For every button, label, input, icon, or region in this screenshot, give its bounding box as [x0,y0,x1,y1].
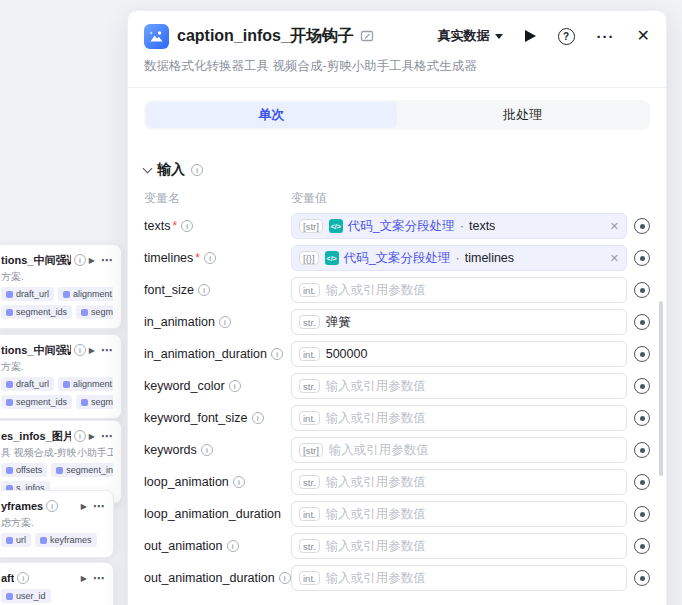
divider [128,87,666,88]
node-more-icon[interactable]: ⋯ [101,254,113,267]
column-variable-name: 变量名 [144,190,291,206]
scrollbar[interactable] [659,301,663,476]
value-input[interactable]: int. 输入或引用参数值 [291,405,627,431]
value-input[interactable]: int. 500000 [291,341,627,367]
reference-toggle-icon[interactable] [634,442,650,458]
value-text: 输入或引用参数值 [326,506,619,523]
reference-chip[interactable]: </> 代码_文案分段处理 · texts [329,218,496,235]
variable-type-icon [6,399,13,406]
value-input[interactable]: str. 输入或引用参数值 [291,373,627,399]
variable-chip: alignment [58,377,113,391]
node-more-icon[interactable]: ⋯ [101,344,113,357]
value-input[interactable]: str. 弹簧 [291,309,627,335]
reference-toggle-icon[interactable] [634,314,650,330]
node-description: 具 视频合成-剪映小助手工具格式生成 [1,446,113,459]
more-options-button[interactable]: ··· [597,28,615,45]
info-icon[interactable] [271,348,283,360]
run-button[interactable] [525,30,536,42]
reference-toggle-icon[interactable] [634,570,650,586]
info-icon[interactable] [198,284,210,296]
param-row-keywords: keywords [str] 输入或引用参数值 [144,434,650,466]
reference-toggle-icon[interactable] [634,250,650,266]
mode-tab-2[interactable]: 批处理 [397,102,648,128]
workflow-node[interactable]: tions_中间强调词 ▶ ⋯ 方案. draft_urlalignmentse… [0,334,122,419]
value-text: 输入或引用参数值 [326,474,619,491]
reference-toggle-icon[interactable] [634,218,650,234]
node-more-icon[interactable]: ⋯ [101,430,113,443]
reference-toggle-icon[interactable] [634,506,650,522]
reference-chip[interactable]: </> 代码_文案分段处理 · timelines [325,250,514,267]
variable-chip: user_id [1,589,51,603]
value-input[interactable]: [str] </> 代码_文案分段处理 · texts ✕ [291,213,627,239]
node-run-icon[interactable]: ▶ [81,502,87,511]
param-row-loop_animation: loop_animation str. 输入或引用参数值 [144,466,650,498]
value-input[interactable]: int. 输入或引用参数值 [291,565,627,591]
param-row-texts: texts * [str] </> 代码_文案分段处理 · texts ✕ [144,210,650,242]
node-outputs: user_id [1,589,105,603]
info-icon[interactable] [252,412,264,424]
info-icon[interactable] [233,476,245,488]
variable-chip: alignment [58,287,113,301]
required-asterisk: * [172,219,177,233]
data-mode-dropdown[interactable]: 真实数据 [438,27,503,45]
rename-icon[interactable] [360,29,374,43]
variable-name: texts * [144,219,291,233]
reference-source: 代码_文案分段处理 [348,218,455,235]
workflow-node[interactable]: tions_中间强调词_b… ▶ ⋯ 方案. draft_urlalignmen… [0,244,122,329]
workflow-node[interactable]: yframes ▶ ⋯ 虑方案. urlkeyframes [0,490,114,558]
info-icon[interactable] [219,316,231,328]
type-tag: int. [299,507,320,521]
help-icon[interactable]: ? [558,28,575,45]
close-button[interactable]: ✕ [637,28,650,44]
value-input[interactable]: [{}] </> 代码_文案分段处理 · timelines ✕ [291,245,627,271]
clear-icon[interactable]: ✕ [610,252,619,265]
workflow-node[interactable]: aft ▶ ⋯ user_id [0,562,114,605]
reference-field: timelines [465,251,514,265]
variable-chip: offsets [1,463,47,477]
variable-type-icon [40,537,47,544]
info-icon[interactable] [191,164,203,176]
value-input[interactable]: int. 输入或引用参数值 [291,501,627,527]
reference-toggle-icon[interactable] [634,378,650,394]
info-icon[interactable] [279,572,291,584]
reference-toggle-icon[interactable] [634,346,650,362]
variable-type-icon [63,291,70,298]
node-config-panel: caption_infos_开场钩子 真实数据 ? ··· ✕ 数据格式化转换器… [127,10,667,605]
reference-toggle-icon[interactable] [634,282,650,298]
reference-toggle-icon[interactable] [634,410,650,426]
node-run-icon[interactable]: ▶ [89,256,95,265]
info-icon[interactable] [201,444,213,456]
node-run-icon[interactable]: ▶ [89,432,95,441]
info-icon[interactable] [227,540,239,552]
node-title: tions_中间强调词_b… [1,253,71,268]
value-input[interactable]: str. 输入或引用参数值 [291,469,627,495]
variable-type-icon [6,537,13,544]
mode-tab-1[interactable]: 单次 [146,102,397,128]
node-outputs: draft_urlalignmentsegment_idssegme [1,377,113,409]
input-rows: texts * [str] </> 代码_文案分段处理 · texts ✕ ti… [144,210,650,594]
value-input[interactable]: int. 输入或引用参数值 [291,277,627,303]
variable-name: out_animation [144,539,291,553]
node-more-icon[interactable]: ⋯ [93,572,105,585]
param-row-in_animation: in_animation str. 弹簧 [144,306,650,338]
node-more-icon[interactable]: ⋯ [93,500,105,513]
reference-toggle-icon[interactable] [634,474,650,490]
info-icon[interactable] [204,252,216,264]
node-run-icon[interactable]: ▶ [81,574,87,583]
node-outputs: urlkeyframes [1,533,105,547]
value-input[interactable]: str. 输入或引用参数值 [291,533,627,559]
info-icon[interactable] [181,220,193,232]
type-tag: str. [299,379,320,393]
reference-toggle-icon[interactable] [634,538,650,554]
node-run-icon[interactable]: ▶ [89,346,95,355]
value-input[interactable]: [str] 输入或引用参数值 [291,437,627,463]
input-section-header[interactable]: 输入 [144,160,650,180]
variable-type-icon [63,381,70,388]
info-icon[interactable] [229,380,241,392]
column-headers: 变量名 变量值 [144,190,650,206]
variable-chip: segment_ids [1,395,72,409]
reference-source: 代码_文案分段处理 [344,250,451,267]
clear-icon[interactable]: ✕ [610,220,619,233]
code-node-icon: </> [329,219,343,233]
variable-name-label: texts [144,219,170,233]
